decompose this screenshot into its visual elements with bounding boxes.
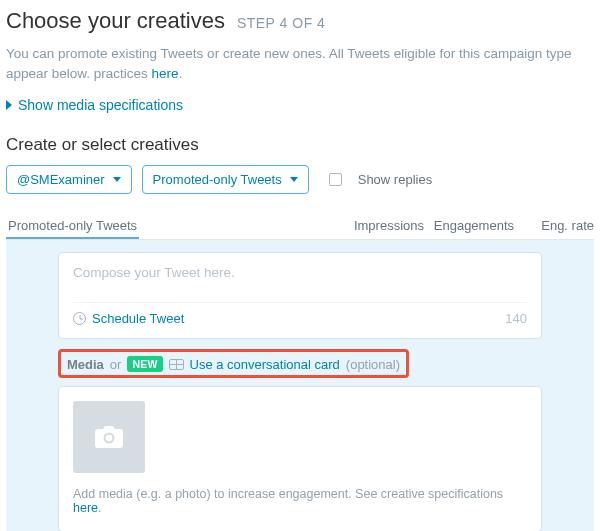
character-count: 140 — [505, 311, 527, 326]
media-specifications-label: Show media specifications — [18, 97, 183, 113]
add-media-button[interactable] — [73, 401, 145, 473]
new-badge: NEW — [127, 356, 162, 372]
chevron-down-icon — [290, 177, 298, 182]
table-header: Promoted-only Tweets Impressions Engagem… — [6, 204, 594, 240]
media-helper-after: . — [98, 501, 101, 515]
composer-placeholder: Compose your Tweet here. — [73, 265, 527, 280]
column-engagements: Engagements — [424, 218, 514, 233]
column-impressions: Impressions — [334, 218, 424, 233]
schedule-tweet-button[interactable]: Schedule Tweet — [73, 311, 184, 326]
column-eng-rate: Eng. rate — [514, 218, 594, 233]
media-helper-text: Add media (e.g. a photo) to increase eng… — [73, 487, 527, 515]
account-dropdown-label: @SMExaminer — [17, 172, 105, 187]
media-upload-area: Add media (e.g. a photo) to increase eng… — [58, 386, 542, 531]
page-title: Choose your creatives — [6, 8, 225, 34]
media-options-highlight: Media or NEW Use a conversational card (… — [58, 349, 409, 378]
intro-text-before: You can promote existing Tweets or creat… — [6, 46, 572, 81]
tweet-type-dropdown[interactable]: Promoted-only Tweets — [142, 165, 309, 194]
tab-promoted-only[interactable]: Promoted-only Tweets — [6, 218, 139, 239]
schedule-tweet-label: Schedule Tweet — [92, 311, 184, 326]
or-text: or — [110, 357, 122, 372]
section-heading: Create or select creatives — [6, 135, 594, 155]
show-replies-label: Show replies — [358, 172, 432, 187]
creative-specs-link[interactable]: here — [73, 501, 98, 515]
camera-icon — [95, 426, 123, 448]
account-dropdown[interactable]: @SMExaminer — [6, 165, 132, 194]
show-replies-checkbox[interactable] — [329, 173, 342, 186]
practices-link[interactable]: here — [152, 66, 179, 81]
conversational-card-link[interactable]: Use a conversational card — [190, 357, 340, 372]
intro-text-after: . — [179, 66, 183, 81]
optional-text: (optional) — [346, 357, 400, 372]
chevron-down-icon — [113, 177, 121, 182]
tweet-composer[interactable]: Compose your Tweet here. Schedule Tweet … — [58, 252, 542, 339]
intro-text: You can promote existing Tweets or creat… — [6, 44, 594, 83]
tweet-type-dropdown-label: Promoted-only Tweets — [153, 172, 282, 187]
media-specifications-toggle[interactable]: Show media specifications — [6, 97, 594, 113]
step-indicator: STEP 4 OF 4 — [237, 15, 326, 31]
media-tab[interactable]: Media — [67, 357, 104, 372]
clock-icon — [73, 312, 86, 325]
media-helper-before: Add media (e.g. a photo) to increase eng… — [73, 487, 503, 501]
chevron-right-icon — [6, 100, 12, 110]
conversational-card-icon — [169, 359, 184, 370]
